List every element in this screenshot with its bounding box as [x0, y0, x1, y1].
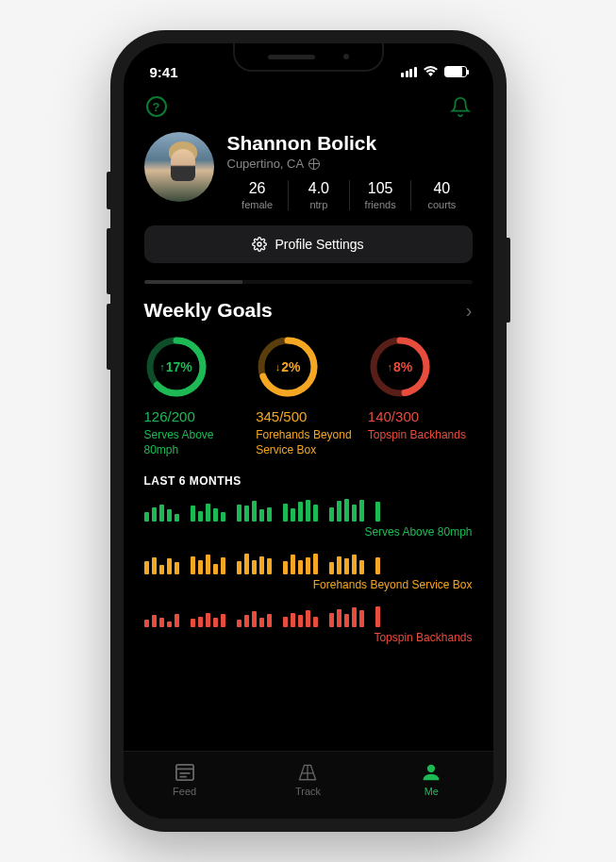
weekly-goals-title: Weekly Goals	[144, 299, 273, 322]
profile-header: Shannon Bolick Cupertino, CA 26 female 4…	[144, 132, 473, 210]
tab-me[interactable]: Me	[419, 762, 443, 797]
section-divider	[144, 280, 473, 284]
sparkline-0: Serves Above 80mph	[144, 497, 473, 539]
weekly-goals-header[interactable]: Weekly Goals ›	[144, 299, 473, 322]
feed-icon	[173, 762, 197, 783]
goal-0[interactable]: ↑17% 126/200 Serves Above 80mph	[144, 335, 249, 457]
sparkline-1: Forehands Beyond Service Box	[144, 550, 473, 591]
stat-friends[interactable]: 105 friends	[350, 180, 411, 210]
stat-courts[interactable]: 40 courts	[411, 180, 472, 210]
chevron-right-icon: ›	[466, 300, 473, 322]
help-button[interactable]: ?	[144, 94, 169, 119]
profile-name: Shannon Bolick	[227, 132, 473, 155]
sparkline-2: Topspin Backhands	[144, 603, 473, 644]
svg-point-0	[258, 242, 261, 246]
profile-location: Cupertino, CA	[227, 157, 473, 171]
battery-icon	[444, 66, 467, 77]
notifications-button[interactable]	[448, 94, 473, 119]
phone-frame: 9:41 ? Shannon Bolick	[110, 30, 507, 832]
goal-1[interactable]: ↓2% 345/500 Forehands Beyond Service Box	[256, 335, 360, 457]
me-icon	[419, 762, 443, 783]
history-title: LAST 6 MONTHS	[144, 474, 473, 488]
profile-stats: 26 female 4.0 ntrp 105 friends 40	[227, 180, 473, 210]
tab-feed[interactable]: Feed	[173, 762, 197, 797]
tab-bar: Feed Track Me	[124, 751, 493, 819]
globe-icon	[308, 158, 320, 170]
status-time: 9:41	[150, 64, 178, 80]
signal-icon	[401, 67, 417, 77]
bell-icon	[450, 96, 471, 117]
svg-point-14	[427, 765, 435, 772]
screen: 9:41 ? Shannon Bolick	[124, 43, 493, 819]
track-icon	[295, 762, 320, 783]
tab-track[interactable]: Track	[295, 762, 321, 797]
wifi-icon	[423, 66, 439, 77]
gear-icon	[252, 237, 267, 252]
profile-settings-button[interactable]: Profile Settings	[144, 225, 473, 263]
help-icon: ?	[146, 96, 167, 117]
stat-ntrp: 4.0 ntrp	[289, 180, 350, 210]
stat-age-gender: 26 female	[227, 180, 289, 210]
goal-2[interactable]: ↑8% 140/300 Topspin Backhands	[368, 335, 473, 457]
notch	[233, 43, 384, 72]
avatar[interactable]	[144, 132, 214, 202]
